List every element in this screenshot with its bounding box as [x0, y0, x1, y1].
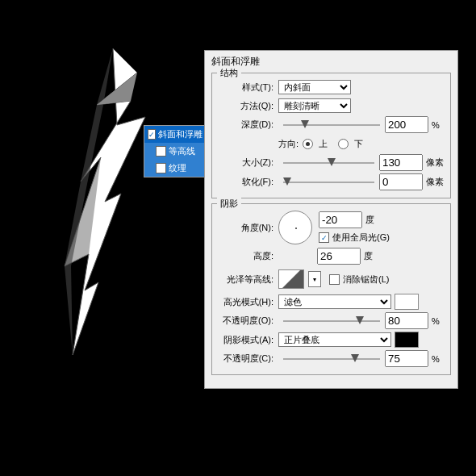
style-label: 等高线 — [169, 145, 195, 157]
highlight-mode-label: 高光模式(H): — [219, 296, 278, 308]
panel-title: 斜面和浮雕 — [211, 53, 451, 70]
style-item-bevel[interactable]: 斜面和浮雕 — [144, 126, 204, 143]
antialias-checkbox[interactable] — [329, 274, 340, 285]
bevel-panel: 斜面和浮雕 结构 样式(T):内斜面 方法(Q):雕刻清晰 深度(D):% 方向… — [204, 50, 458, 389]
angle-dial[interactable] — [278, 211, 312, 244]
gloss-contour-label: 光泽等高线: — [219, 273, 278, 286]
style-label: 纹理 — [169, 162, 186, 174]
shading-group: 阴影 角度(N): 度 使用全局光(G) 高度:度 光泽等高线:▾消除锯齿(L)… — [211, 203, 451, 375]
dropdown-icon[interactable]: ▾ — [308, 271, 321, 287]
direction-label: 方向: — [278, 138, 299, 150]
style-select[interactable]: 内斜面 — [278, 80, 351, 94]
shadow-mode-select[interactable]: 正片叠底 — [278, 332, 391, 347]
depth-label: 深度(D): — [219, 119, 278, 131]
technique-label: 方法(Q): — [219, 100, 278, 112]
group-heading: 结构 — [217, 67, 241, 79]
unit-deg: 度 — [364, 250, 373, 262]
unit-deg: 度 — [365, 214, 374, 226]
size-slider[interactable] — [283, 157, 374, 169]
highlight-mode-select[interactable]: 滤色 — [278, 294, 391, 309]
highlight-opacity-slider[interactable] — [283, 315, 380, 327]
technique-select[interactable]: 雕刻清晰 — [278, 98, 351, 113]
shadow-mode-label: 阴影模式(A): — [219, 334, 278, 346]
depth-input[interactable] — [385, 116, 428, 133]
group-heading: 阴影 — [217, 198, 241, 210]
depth-slider[interactable] — [283, 119, 380, 131]
highlight-opacity-input[interactable] — [385, 312, 428, 329]
down-label: 下 — [354, 138, 363, 150]
radio-up[interactable] — [303, 139, 313, 149]
soften-slider[interactable] — [283, 177, 374, 188]
checkbox-icon — [156, 163, 166, 173]
style-label: 样式(T): — [219, 81, 278, 94]
angle-label: 角度(N): — [219, 222, 278, 234]
shadow-opacity-label: 不透明度(C): — [219, 353, 278, 365]
lightning-bolt-preview — [40, 40, 161, 379]
angle-input[interactable] — [319, 211, 362, 228]
size-label: 大小(Z): — [219, 157, 278, 169]
style-item-contour[interactable]: 等高线 — [144, 143, 204, 160]
up-label: 上 — [319, 138, 328, 150]
gloss-contour-picker[interactable] — [278, 269, 304, 289]
soften-label: 软化(F): — [219, 176, 278, 188]
style-label: 斜面和浮雕 — [158, 128, 203, 140]
structure-group: 结构 样式(T):内斜面 方法(Q):雕刻清晰 深度(D):% 方向:上下 大小… — [211, 73, 451, 198]
checkbox-icon — [156, 146, 166, 157]
highlight-color-swatch[interactable] — [395, 294, 419, 310]
shadow-color-swatch[interactable] — [395, 332, 419, 348]
radio-down[interactable] — [338, 139, 349, 149]
size-input[interactable] — [379, 154, 423, 171]
altitude-input[interactable] — [317, 248, 361, 265]
styles-sidebar: 斜面和浮雕 等高线 纹理 — [144, 125, 205, 177]
highlight-opacity-label: 不透明度(O): — [219, 315, 278, 327]
unit-percent: % — [432, 120, 440, 130]
unit-percent: % — [432, 354, 440, 364]
altitude-label: 高度: — [219, 250, 278, 262]
checkbox-icon — [148, 129, 156, 140]
unit-px: 像素 — [426, 157, 444, 169]
global-light-checkbox[interactable] — [319, 232, 329, 243]
shadow-opacity-slider[interactable] — [283, 353, 380, 365]
antialias-label: 消除锯齿(L) — [343, 273, 389, 286]
soften-input[interactable] — [379, 173, 423, 190]
unit-percent: % — [432, 316, 440, 326]
style-item-texture[interactable]: 纹理 — [144, 160, 204, 177]
unit-px: 像素 — [426, 176, 444, 188]
global-light-label: 使用全局光(G) — [332, 232, 390, 244]
shadow-opacity-input[interactable] — [385, 350, 428, 367]
